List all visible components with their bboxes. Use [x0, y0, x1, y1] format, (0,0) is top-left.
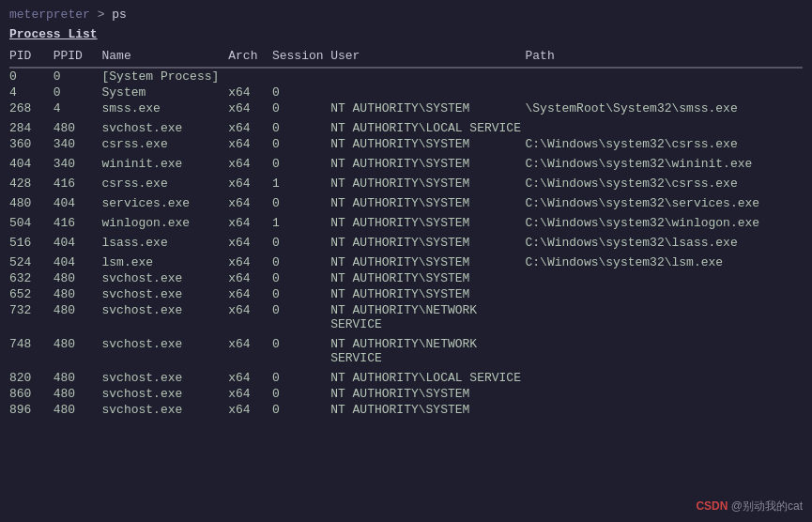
- table-row: 632480svchost.exex640NT AUTHORITY\SYSTEM: [9, 270, 803, 286]
- table-cell: 0: [54, 68, 102, 84]
- table-cell: NT AUTHORITY\NETWORK SERVICE: [330, 336, 525, 366]
- table-cell: 0: [272, 302, 330, 332]
- table-cell: \SystemRoot\System32\smss.exe: [525, 100, 803, 116]
- table-cell: 0: [272, 386, 330, 402]
- table-cell: 0: [272, 195, 330, 211]
- table-cell: System: [101, 84, 228, 100]
- table-cell: 404: [54, 195, 102, 211]
- table-cell: C:\Windows\system32\winlogon.exe: [525, 215, 803, 231]
- table-cell: 0: [272, 254, 330, 270]
- table-cell: NT AUTHORITY\SYSTEM: [330, 254, 525, 270]
- table-row: 00[System Process]: [9, 68, 803, 84]
- header-path: Path: [525, 49, 803, 68]
- table-cell: x64: [228, 100, 272, 116]
- table-cell: 416: [54, 176, 102, 192]
- table-cell: services.exe: [101, 195, 228, 211]
- table-cell: x64: [228, 156, 272, 172]
- table-cell: 0: [272, 402, 330, 418]
- table-cell: [525, 386, 803, 402]
- table-cell: 0: [272, 336, 330, 366]
- table-cell: C:\Windows\system32\csrss.exe: [525, 136, 803, 152]
- table-cell: csrss.exe: [101, 136, 228, 152]
- table-cell: 480: [54, 270, 102, 286]
- table-cell: x64: [228, 370, 272, 386]
- table-cell: 1: [272, 215, 330, 231]
- prompt-text: meterpreter: [9, 8, 90, 22]
- table-row: 732480svchost.exex640NT AUTHORITY\NETWOR…: [9, 302, 803, 332]
- table-row: 480404services.exex640NT AUTHORITY\SYSTE…: [9, 195, 803, 211]
- table-cell: x64: [228, 136, 272, 152]
- table-cell: x64: [228, 302, 272, 332]
- table-cell: 404: [54, 254, 102, 270]
- table-cell: 284: [9, 120, 54, 136]
- table-cell: lsass.exe: [101, 235, 228, 251]
- table-row: 360340csrss.exex640NT AUTHORITY\SYSTEMC:…: [9, 136, 803, 152]
- table-cell: NT AUTHORITY\SYSTEM: [330, 386, 525, 402]
- table-cell: C:\Windows\system32\lsass.exe: [525, 235, 803, 251]
- table-cell: lsm.exe: [101, 254, 228, 270]
- table-cell: wininit.exe: [101, 156, 228, 172]
- table-cell: svchost.exe: [101, 370, 228, 386]
- watermark-csdn: CSDN: [696, 499, 728, 513]
- table-cell: 0: [9, 68, 54, 84]
- table-row: 652480svchost.exex640NT AUTHORITY\SYSTEM: [9, 286, 803, 302]
- table-cell: x64: [228, 215, 272, 231]
- table-cell: 632: [9, 270, 54, 286]
- process-table: PID PPID Name Arch Session User Path 00[…: [9, 49, 803, 418]
- table-header-row: PID PPID Name Arch Session User Path: [9, 49, 803, 68]
- table-cell: svchost.exe: [101, 386, 228, 402]
- table-cell: 404: [54, 235, 102, 251]
- table-row: 748480svchost.exex640NT AUTHORITY\NETWOR…: [9, 336, 803, 366]
- table-cell: 480: [9, 195, 54, 211]
- table-cell: csrss.exe: [101, 176, 228, 192]
- table-row: 40Systemx640: [9, 84, 803, 100]
- table-cell: 0: [272, 100, 330, 116]
- prompt-separator: >: [98, 8, 113, 22]
- table-cell: 480: [54, 402, 102, 418]
- table-row: 284480svchost.exex640NT AUTHORITY\LOCAL …: [9, 120, 803, 136]
- table-row: 504416winlogon.exex641NT AUTHORITY\SYSTE…: [9, 215, 803, 231]
- table-cell: svchost.exe: [101, 402, 228, 418]
- table-cell: NT AUTHORITY\SYSTEM: [330, 100, 525, 116]
- table-cell: [525, 370, 803, 386]
- table-cell: C:\Windows\system32\csrss.exe: [525, 176, 803, 192]
- table-cell: svchost.exe: [101, 270, 228, 286]
- table-cell: 480: [54, 370, 102, 386]
- section-title: Process List: [9, 27, 803, 41]
- table-row: 524404lsm.exex640NT AUTHORITY\SYSTEMC:\W…: [9, 254, 803, 270]
- table-cell: 820: [9, 370, 54, 386]
- table-cell: [228, 68, 272, 84]
- header-session: Session: [272, 49, 330, 68]
- table-cell: NT AUTHORITY\SYSTEM: [330, 270, 525, 286]
- table-cell: C:\Windows\system32\services.exe: [525, 195, 803, 211]
- table-cell: NT AUTHORITY\SYSTEM: [330, 176, 525, 192]
- table-row: 896480svchost.exex640NT AUTHORITY\SYSTEM: [9, 402, 803, 418]
- table-cell: [System Process]: [101, 68, 228, 84]
- prompt-line: meterpreter > ps: [9, 8, 803, 22]
- table-cell: 428: [9, 176, 54, 192]
- table-cell: x64: [228, 386, 272, 402]
- table-cell: [525, 336, 803, 366]
- table-cell: 0: [272, 286, 330, 302]
- table-row: 2684smss.exex640NT AUTHORITY\SYSTEM\Syst…: [9, 100, 803, 116]
- table-cell: NT AUTHORITY\SYSTEM: [330, 215, 525, 231]
- table-cell: svchost.exe: [101, 120, 228, 136]
- table-cell: 524: [9, 254, 54, 270]
- table-cell: [330, 68, 525, 84]
- table-cell: C:\Windows\system32\wininit.exe: [525, 156, 803, 172]
- table-cell: [330, 84, 525, 100]
- table-cell: 0: [54, 84, 102, 100]
- table-row: 428416csrss.exex641NT AUTHORITY\SYSTEMC:…: [9, 176, 803, 192]
- table-row: 404340wininit.exex640NT AUTHORITY\SYSTEM…: [9, 156, 803, 172]
- table-cell: 860: [9, 386, 54, 402]
- table-cell: NT AUTHORITY\LOCAL SERVICE: [330, 370, 525, 386]
- table-cell: 0: [272, 156, 330, 172]
- table-cell: x64: [228, 84, 272, 100]
- table-cell: 416: [54, 215, 102, 231]
- table-cell: [525, 68, 803, 84]
- table-cell: C:\Windows\system32\lsm.exe: [525, 254, 803, 270]
- table-cell: x64: [228, 286, 272, 302]
- table-cell: 896: [9, 402, 54, 418]
- table-cell: 480: [54, 286, 102, 302]
- table-cell: svchost.exe: [101, 336, 228, 366]
